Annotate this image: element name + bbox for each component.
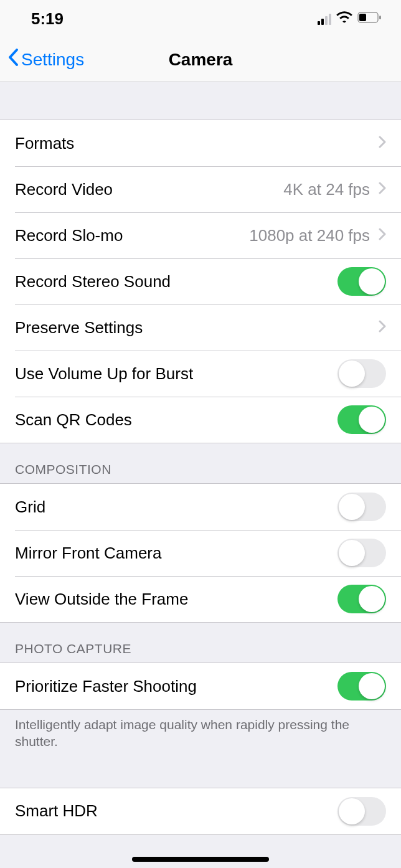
nav-bar: Settings Camera [0,37,401,82]
cell-label: Scan QR Codes [15,410,132,430]
cell-right: 4K at 24 fps [283,180,386,199]
cell-use-volume-up-for-burst[interactable]: Use Volume Up for Burst [0,351,401,397]
cell-view-outside-the-frame[interactable]: View Outside the Frame [0,576,401,622]
cell-right [337,672,386,701]
toggle-knob [359,673,385,699]
svg-rect-1 [359,14,366,21]
toggle-use-volume-up-for-burst[interactable] [337,359,386,388]
toggle-knob [359,268,385,295]
status-bar: 5:19 [0,0,401,37]
cell-grid[interactable]: Grid [0,484,401,530]
cell-right [337,539,386,567]
cell-record-stereo-sound[interactable]: Record Stereo Sound [0,258,401,304]
toggle-smart-hdr[interactable] [337,797,386,826]
section-header: COMPOSITION [0,443,401,483]
cell-label: Record Slo-mo [15,226,123,245]
section-header: PHOTO CAPTURE [0,623,401,663]
cellular-signal-icon [318,12,331,25]
cell-right [337,585,386,613]
cell-record-slo-mo[interactable]: Record Slo-mo1080p at 240 fps [0,212,401,258]
battery-icon [357,12,382,26]
chevron-right-icon [379,228,386,243]
cell-right [337,797,386,826]
cell-label: Mirror Front Camera [15,544,161,563]
section-gap [0,763,401,788]
toggle-knob [359,407,385,433]
back-button[interactable]: Settings [7,48,84,71]
cell-right [337,493,386,521]
settings-content: FormatsRecord Video4K at 24 fpsRecord Sl… [0,82,401,835]
cell-label: Grid [15,498,45,517]
cell-right [337,405,386,434]
chevron-right-icon [379,320,386,335]
home-indicator[interactable] [132,857,269,862]
toggle-scan-qr-codes[interactable] [337,405,386,434]
cell-group: FormatsRecord Video4K at 24 fpsRecord Sl… [0,120,401,443]
cell-right [337,359,386,388]
back-label: Settings [21,50,84,70]
cell-label: Smart HDR [15,801,98,821]
toggle-prioritize-faster-shooting[interactable] [337,672,386,701]
toggle-record-stereo-sound[interactable] [337,267,386,296]
cell-smart-hdr[interactable]: Smart HDR [0,788,401,834]
toggle-knob [339,494,365,520]
cell-label: Prioritize Faster Shooting [15,677,197,696]
cell-detail: 4K at 24 fps [283,180,370,199]
cell-record-video[interactable]: Record Video4K at 24 fps [0,166,401,212]
chevron-right-icon [379,182,386,197]
page-title: Camera [169,50,233,70]
cell-scan-qr-codes[interactable]: Scan QR Codes [0,397,401,443]
cell-label: View Outside the Frame [15,590,188,609]
toggle-knob [339,540,365,566]
cell-group: Smart HDR [0,788,401,835]
cell-prioritize-faster-shooting[interactable]: Prioritize Faster Shooting [0,663,401,709]
cell-mirror-front-camera[interactable]: Mirror Front Camera [0,530,401,576]
cell-right: 1080p at 240 fps [249,226,386,245]
svg-rect-2 [379,16,381,19]
chevron-right-icon [379,136,386,151]
cell-label: Preserve Settings [15,318,143,337]
toggle-mirror-front-camera[interactable] [337,539,386,567]
wifi-icon [336,11,352,26]
toggle-knob [339,798,365,824]
toggle-view-outside-the-frame[interactable] [337,585,386,613]
cell-right [379,136,386,151]
cell-group: GridMirror Front CameraView Outside the … [0,483,401,623]
status-time: 5:19 [31,9,64,29]
cell-label: Record Video [15,180,113,199]
cell-formats[interactable]: Formats [0,120,401,166]
toggle-knob [339,361,365,387]
toggle-knob [359,586,385,612]
cell-right [337,267,386,296]
section-footer: Intelligently adapt image quality when r… [0,710,401,763]
cell-label: Record Stereo Sound [15,272,171,291]
chevron-left-icon [7,48,19,71]
cell-preserve-settings[interactable]: Preserve Settings [0,304,401,351]
cell-label: Use Volume Up for Burst [15,364,193,384]
status-right [318,11,382,26]
cell-group: Prioritize Faster Shooting [0,663,401,710]
toggle-grid[interactable] [337,493,386,521]
section-gap [0,82,401,120]
cell-label: Formats [15,134,74,153]
cell-detail: 1080p at 240 fps [249,226,370,245]
cell-right [379,320,386,335]
